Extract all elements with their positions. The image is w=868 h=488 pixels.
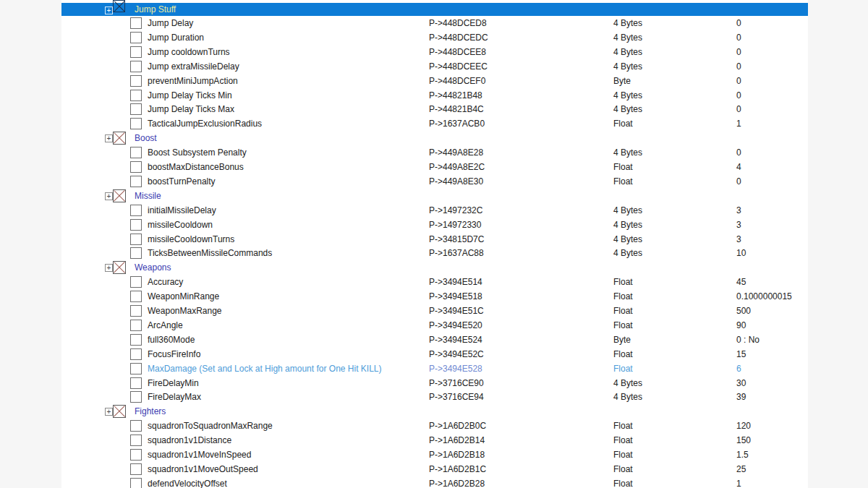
record-value[interactable]: 90 [736, 318, 746, 333]
record-active-checkbox[interactable] [130, 420, 142, 432]
record-active-checkbox[interactable] [130, 32, 142, 43]
record-active-checkbox[interactable] [130, 334, 142, 346]
group-description[interactable]: Weapons [135, 260, 171, 275]
record-description[interactable]: MaxDamage (Set and Lock at High amount f… [148, 361, 382, 376]
expand-plus-icon[interactable]: + [105, 192, 113, 200]
expand-plus-icon[interactable]: + [105, 7, 113, 14]
record-address[interactable]: P->448DCED8 [429, 16, 487, 30]
record-address[interactable]: P->3716CE94 [429, 390, 484, 404]
record-active-checkbox[interactable] [130, 147, 142, 158]
record-active-checkbox[interactable] [130, 463, 142, 475]
record-address[interactable]: P->448DCEEC [429, 59, 488, 74]
record-row[interactable]: initialMissileDelayP->1497232C4 Bytes3 [61, 203, 808, 218]
record-active-checkbox[interactable] [130, 478, 142, 488]
record-address[interactable]: P->3494E51C [429, 304, 484, 318]
record-active-checkbox[interactable] [130, 276, 142, 288]
record-type[interactable]: Float [613, 160, 633, 174]
record-active-checkbox[interactable] [130, 75, 142, 87]
record-address[interactable]: P->44821B48 [429, 88, 482, 103]
record-description[interactable]: FireDelayMax [148, 390, 201, 404]
record-row[interactable]: Jump cooldownTurnsP->448DCEE84 Bytes0 [61, 45, 808, 59]
group-row-selected[interactable]: +Jump Stuff [61, 3, 808, 16]
record-address[interactable]: P->3494E524 [429, 333, 482, 347]
record-type[interactable]: Float [613, 347, 633, 361]
record-type[interactable]: 4 Bytes [613, 390, 642, 404]
record-row[interactable]: Jump extraMissileDelayP->448DCEEC4 Bytes… [61, 59, 808, 74]
record-active-checkbox[interactable] [130, 348, 142, 360]
record-row[interactable]: MaxDamage (Set and Lock at High amount f… [61, 361, 808, 376]
record-type[interactable]: 4 Bytes [613, 30, 642, 45]
record-type[interactable]: Byte [613, 333, 631, 347]
record-active-checkbox[interactable] [130, 205, 142, 216]
record-description[interactable]: preventMiniJumpAction [148, 74, 238, 88]
record-description[interactable]: defendVelocityOffset [148, 476, 227, 488]
record-value[interactable]: 0 : No [736, 333, 760, 347]
record-type[interactable]: Float [613, 433, 633, 448]
record-active-checkbox[interactable] [130, 219, 142, 231]
record-value[interactable]: 39 [736, 390, 746, 404]
record-address[interactable]: P->44821B4C [429, 102, 484, 116]
record-value[interactable]: 0 [736, 30, 741, 45]
group-row[interactable]: +Fighters [61, 404, 808, 419]
record-row[interactable]: defendVelocityOffsetP->1A6D2B28Float1 [61, 476, 808, 488]
record-type[interactable]: Float [613, 448, 633, 462]
record-description[interactable]: squadron1v1MoveInSpeed [148, 448, 251, 462]
record-address[interactable]: P->1637ACB0 [429, 116, 485, 131]
record-type[interactable]: Float [613, 304, 633, 318]
record-address[interactable]: P->1A6D2B28 [429, 476, 485, 488]
record-address[interactable]: P->448DCEE8 [429, 45, 486, 59]
record-address[interactable]: P->3494E520 [429, 318, 482, 333]
record-type[interactable]: 4 Bytes [613, 45, 642, 59]
record-row[interactable]: TacticalJumpExclusionRadiusP->1637ACB0Fl… [61, 116, 808, 131]
group-active-checkbox[interactable] [113, 0, 125, 12]
record-active-checkbox[interactable] [130, 391, 142, 403]
record-description[interactable]: WeaponMinRange [148, 289, 219, 304]
record-type[interactable]: 4 Bytes [613, 232, 642, 247]
record-address[interactable]: P->3716CE90 [429, 376, 484, 390]
record-value[interactable]: 0 [736, 174, 741, 189]
record-description[interactable]: TicksBetweenMissileCommands [148, 246, 272, 260]
record-value[interactable]: 25 [736, 462, 746, 476]
record-active-checkbox[interactable] [130, 305, 142, 317]
record-value[interactable]: 3 [736, 218, 741, 232]
group-row[interactable]: +Boost [61, 131, 808, 145]
record-address[interactable]: P->3494E514 [429, 275, 482, 289]
record-description[interactable]: WeaponMaxRange [148, 304, 222, 318]
record-type[interactable]: 4 Bytes [613, 246, 642, 260]
record-value[interactable]: 0 [736, 74, 741, 88]
record-row[interactable]: Jump Delay Ticks MaxP->44821B4C4 Bytes0 [61, 102, 808, 116]
record-row[interactable]: squadron1v1MoveInSpeedP->1A6D2B18Float1.… [61, 448, 808, 462]
record-value[interactable]: 0.1000000015 [736, 289, 792, 304]
record-value[interactable]: 500 [736, 304, 751, 318]
record-row[interactable]: boostMaxDistanceBonusP->449A8E2CFloat4 [61, 160, 808, 174]
record-row[interactable]: FireDelayMinP->3716CE904 Bytes30 [61, 376, 808, 390]
record-address[interactable]: P->1A6D2B0C [429, 419, 486, 433]
group-description[interactable]: Jump Stuff [135, 3, 176, 16]
record-type[interactable]: 4 Bytes [613, 376, 642, 390]
record-active-checkbox[interactable] [130, 435, 142, 446]
record-active-checkbox[interactable] [130, 320, 142, 331]
record-address[interactable]: P->1637AC88 [429, 246, 484, 260]
record-row[interactable]: ArcAngleP->3494E520Float90 [61, 318, 808, 333]
group-active-checkbox[interactable] [113, 132, 126, 145]
record-row[interactable]: missileCooldownP->149723304 Bytes3 [61, 218, 808, 232]
record-row[interactable]: AccuracyP->3494E514Float45 [61, 275, 808, 289]
record-address[interactable]: P->1497232C [429, 203, 482, 218]
record-type[interactable]: Float [613, 275, 633, 289]
record-active-checkbox[interactable] [130, 90, 142, 101]
record-description[interactable]: boostMaxDistanceBonus [148, 160, 244, 174]
record-active-checkbox[interactable] [130, 234, 142, 245]
record-value[interactable]: 120 [736, 419, 751, 433]
group-description[interactable]: Missile [135, 189, 161, 203]
record-address[interactable]: P->1A6D2B14 [429, 433, 485, 448]
record-active-checkbox[interactable] [130, 363, 142, 374]
record-description[interactable]: missileCooldownTurns [148, 232, 234, 247]
record-row[interactable]: boostTurnPenaltyP->449A8E30Float0 [61, 174, 808, 189]
record-row[interactable]: FireDelayMaxP->3716CE944 Bytes39 [61, 390, 808, 404]
record-address[interactable]: P->1A6D2B1C [429, 462, 486, 476]
group-description[interactable]: Boost [135, 131, 157, 145]
record-value[interactable]: 0 [736, 102, 741, 116]
record-type[interactable]: 4 Bytes [613, 218, 642, 232]
record-description[interactable]: TacticalJumpExclusionRadius [148, 116, 262, 131]
record-value[interactable]: 1 [736, 476, 741, 488]
